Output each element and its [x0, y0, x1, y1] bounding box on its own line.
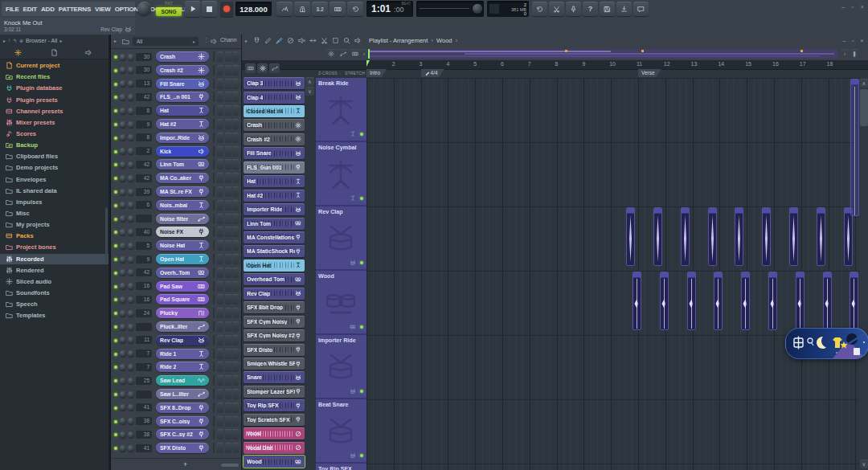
step-cell[interactable] [217, 308, 223, 318]
pencil-tool-icon[interactable] [264, 37, 272, 44]
playlist-breadcrumb[interactable]: Playlist - Arrangement › Wood › [369, 37, 459, 44]
channel-pan-knob[interactable] [120, 418, 126, 424]
step-cell[interactable] [232, 51, 239, 62]
arrangement-overview[interactable] [368, 49, 838, 59]
step-cell[interactable] [225, 214, 231, 224]
channel-mixer-target[interactable] [136, 390, 152, 398]
undo-icon[interactable] [532, 2, 547, 16]
channel-mixer-target[interactable]: 30 [136, 66, 152, 74]
channel-volume-knob[interactable] [128, 391, 134, 398]
channel-pan-knob[interactable] [120, 67, 126, 73]
step-cell[interactable] [225, 308, 231, 318]
step-cell[interactable] [232, 268, 239, 278]
channel-pan-knob[interactable] [120, 364, 126, 370]
track-enable-led[interactable] [360, 325, 363, 329]
step-cell[interactable] [232, 173, 239, 183]
step-cell[interactable] [225, 294, 231, 304]
picker-item-vocal-dist[interactable]: Vocal Dist [244, 442, 305, 454]
channel-mixer-target[interactable]: 38 [136, 417, 152, 425]
step-cell[interactable] [232, 308, 239, 318]
picker-item-sfx-disto[interactable]: SFX Disto [244, 344, 305, 356]
channel-enable-led[interactable] [114, 190, 117, 194]
picker-item-toy-scratch-sfx[interactable]: Toy Scratch SFX [244, 414, 305, 426]
track-enable-led[interactable] [360, 261, 363, 264]
channel-pan-knob[interactable] [120, 94, 126, 100]
audio-clip-wood[interactable] [741, 272, 750, 330]
channel-button-noise-hat[interactable]: Noise Hat [156, 240, 209, 251]
track-header-rev-clap[interactable]: Rev Clap [316, 206, 366, 271]
channel-button-ma-st-re-fx[interactable]: MA St..re FX [156, 186, 209, 197]
step-cell[interactable] [225, 268, 231, 278]
track-header-wood[interactable]: Wood [316, 271, 366, 335]
monitor-knob[interactable] [473, 4, 482, 14]
channel-enable-led[interactable] [114, 285, 117, 288]
channel-enable-led[interactable] [114, 393, 117, 396]
audio-clip-wood[interactable] [687, 272, 696, 330]
channel-enable-led[interactable] [114, 55, 117, 59]
menu-item-file[interactable]: FILE [6, 6, 19, 13]
channel-button-sfx-c-oisy[interactable]: SFX C..oisy [156, 416, 209, 427]
channel-button-pad-square[interactable]: Pad Square [156, 294, 209, 304]
channel-mixer-target[interactable]: 42 [136, 161, 152, 169]
channel-button-pad-saw[interactable]: Pad Saw [156, 281, 209, 292]
picker-item-crash-2[interactable]: Crash #2 [244, 133, 305, 145]
audio-clip-rev-clap[interactable] [653, 207, 662, 266]
channel-enable-led[interactable] [114, 83, 117, 86]
track-header-toy-rip-sfx[interactable]: Toy Rip SFX [316, 464, 366, 470]
browser-up-icon[interactable]: ↑ [8, 38, 10, 43]
channel-mixer-target[interactable] [136, 215, 152, 223]
channel-volume-knob[interactable] [128, 148, 134, 154]
select-tool-icon[interactable] [332, 37, 339, 44]
rack-options-icon[interactable]: ⋮ [203, 37, 209, 43]
channel-button-overh-tom[interactable]: Overh..Tom [156, 268, 209, 278]
step-cell[interactable] [232, 105, 239, 116]
channel-volume-knob[interactable] [128, 229, 134, 235]
track-enable-led[interactable] [360, 454, 363, 457]
picker-item-toy-rip-sfx[interactable]: Toy Rip SFX [244, 399, 305, 411]
channel-volume-knob[interactable] [128, 243, 134, 249]
metronome-icon[interactable] [294, 2, 310, 16]
track-tab-audio-icon[interactable] [326, 49, 336, 59]
channel-pan-knob[interactable] [120, 324, 126, 330]
channel-pan-knob[interactable] [120, 296, 126, 303]
step-cell[interactable] [225, 240, 231, 251]
browser-title[interactable]: Browser - All [26, 38, 57, 43]
audio-clip-long-noise[interactable] [850, 79, 859, 216]
pat-mode-label[interactable]: PAT [155, 1, 182, 6]
channel-button-sfx-disto[interactable]: SFX Disto [156, 443, 209, 453]
step-cell[interactable] [225, 349, 231, 359]
step-cell[interactable] [232, 362, 239, 372]
channel-button-noise-fx[interactable]: Noise FX [156, 227, 209, 237]
step-cell[interactable] [217, 51, 223, 62]
channel-mixer-target[interactable]: 8 [136, 133, 152, 141]
channel-volume-knob[interactable] [128, 324, 134, 330]
browser-search-icon[interactable]: ⊕ [19, 38, 23, 43]
picker-item-smigen-whistle-sfx[interactable]: Smigen Whistle SFX [244, 358, 305, 370]
step-cell[interactable] [232, 146, 239, 157]
channel-enable-led[interactable] [114, 407, 117, 410]
channel-pan-knob[interactable] [120, 215, 126, 222]
channel-volume-knob[interactable] [128, 431, 134, 438]
step-cell[interactable] [217, 173, 223, 183]
step-cell[interactable] [217, 254, 223, 264]
rack-window-title[interactable]: Chann [220, 37, 237, 43]
step-cell[interactable] [217, 281, 223, 292]
channel-volume-knob[interactable] [128, 350, 134, 357]
step-cell[interactable] [217, 159, 223, 170]
channel-mixer-target[interactable]: 40 [136, 228, 152, 236]
channel-enable-led[interactable] [114, 177, 117, 180]
slice-tool-icon[interactable] [321, 37, 328, 44]
channel-mixer-target[interactable]: 7 [136, 349, 152, 358]
channel-button-plucky[interactable]: Plucky [156, 308, 209, 318]
channel-button-ride-1[interactable]: Ride 1 [156, 349, 209, 359]
typing-to-piano-icon[interactable] [276, 2, 293, 16]
channel-pan-knob[interactable] [120, 80, 126, 87]
picker-item-linn-tom[interactable]: Linn Tom [244, 218, 305, 230]
channel-volume-knob[interactable] [128, 54, 134, 60]
channel-mixer-target[interactable]: 6 [136, 201, 152, 209]
help-button[interactable]: ? [583, 2, 598, 16]
step-cell[interactable] [217, 227, 223, 237]
channel-volume-knob[interactable] [128, 283, 134, 289]
channel-pan-knob[interactable] [120, 134, 126, 141]
step-cell[interactable] [232, 335, 239, 345]
